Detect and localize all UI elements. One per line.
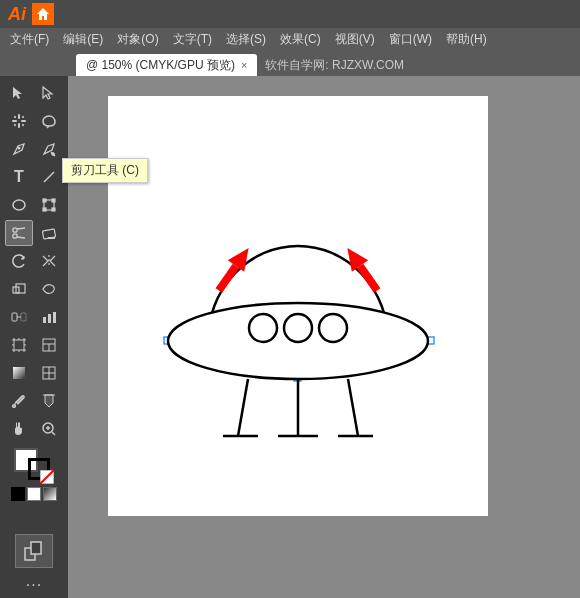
svg-point-9 bbox=[18, 147, 21, 150]
tool-row-8 bbox=[0, 276, 68, 302]
more-tools-area: ... bbox=[15, 534, 53, 590]
menu-text[interactable]: 文字(T) bbox=[167, 29, 218, 50]
fill-stroke-indicator[interactable] bbox=[14, 448, 54, 484]
tool-row-10 bbox=[0, 332, 68, 358]
none-indicator bbox=[40, 470, 54, 484]
app-logo: Ai bbox=[8, 4, 26, 25]
free-transform-tool[interactable] bbox=[35, 192, 63, 218]
svg-rect-29 bbox=[12, 313, 17, 321]
reflect-tool[interactable] bbox=[35, 248, 63, 274]
scale-tool[interactable] bbox=[5, 276, 33, 302]
selection-tool[interactable] bbox=[5, 80, 33, 106]
lasso-tool[interactable] bbox=[35, 108, 63, 134]
svg-rect-19 bbox=[52, 208, 55, 211]
tab-close-button[interactable]: × bbox=[241, 59, 247, 71]
magic-wand-tool[interactable] bbox=[5, 108, 33, 134]
bar-graph-tool[interactable] bbox=[35, 304, 63, 330]
svg-rect-17 bbox=[52, 199, 55, 202]
svg-rect-7 bbox=[22, 124, 25, 127]
gradient-swatch[interactable] bbox=[43, 487, 57, 501]
menu-select[interactable]: 选择(S) bbox=[220, 29, 272, 50]
menu-help[interactable]: 帮助(H) bbox=[440, 29, 493, 50]
svg-rect-32 bbox=[43, 317, 46, 323]
eyedropper-tool[interactable] bbox=[5, 388, 33, 414]
ellipse-tool[interactable] bbox=[5, 192, 33, 218]
paintbucket-tool[interactable] bbox=[35, 388, 63, 414]
svg-point-56 bbox=[13, 405, 16, 408]
tool-row-3 bbox=[0, 136, 68, 162]
svg-rect-33 bbox=[48, 314, 51, 323]
tool-row-11 bbox=[0, 360, 68, 386]
gradient-tool[interactable] bbox=[5, 360, 33, 386]
zoom-tool[interactable] bbox=[35, 416, 63, 442]
svg-point-20 bbox=[13, 228, 17, 232]
title-text bbox=[64, 7, 572, 21]
svg-rect-2 bbox=[12, 120, 17, 122]
tool-row-2 bbox=[0, 108, 68, 134]
white-swatch[interactable] bbox=[27, 487, 41, 501]
svg-line-23 bbox=[17, 237, 25, 238]
more-tools-button[interactable]: ... bbox=[26, 572, 42, 590]
tool-row-4: T bbox=[0, 164, 68, 190]
svg-line-22 bbox=[17, 228, 25, 229]
menu-effect[interactable]: 效果(C) bbox=[274, 29, 327, 50]
svg-rect-3 bbox=[21, 120, 26, 122]
svg-rect-35 bbox=[14, 340, 24, 350]
svg-point-75 bbox=[319, 314, 347, 342]
slice-tool[interactable] bbox=[35, 332, 63, 358]
menu-view[interactable]: 视图(V) bbox=[329, 29, 381, 50]
tab-bar-right: 软件自学网: RJZXW.COM bbox=[257, 54, 580, 76]
menu-bar: 文件(F) 编辑(E) 对象(O) 文字(T) 选择(S) 效果(C) 视图(V… bbox=[0, 28, 580, 50]
black-swatch[interactable] bbox=[11, 487, 25, 501]
main-area: T bbox=[0, 76, 580, 598]
pen-tool[interactable] bbox=[5, 136, 33, 162]
mesh-tool[interactable] bbox=[35, 360, 63, 386]
direct-selection-tool[interactable] bbox=[35, 80, 63, 106]
svg-rect-18 bbox=[43, 208, 46, 211]
ufo-illustration bbox=[108, 96, 488, 516]
blend-tool[interactable] bbox=[5, 304, 33, 330]
line-tool[interactable] bbox=[35, 164, 63, 190]
artboard-tool[interactable] bbox=[5, 332, 33, 358]
svg-rect-16 bbox=[43, 199, 46, 202]
menu-file[interactable]: 文件(F) bbox=[4, 29, 55, 50]
svg-line-80 bbox=[348, 379, 358, 436]
add-anchor-tool[interactable] bbox=[35, 136, 63, 162]
menu-window[interactable]: 窗口(W) bbox=[383, 29, 438, 50]
svg-rect-0 bbox=[18, 114, 20, 119]
eraser-tool[interactable] bbox=[35, 220, 63, 246]
tab-label: @ 150% (CMYK/GPU 预览) bbox=[86, 57, 235, 74]
svg-point-21 bbox=[13, 234, 17, 238]
svg-rect-6 bbox=[14, 124, 17, 127]
tool-row-5 bbox=[0, 192, 68, 218]
tool-row-7 bbox=[0, 248, 68, 274]
arrange-button[interactable] bbox=[15, 534, 53, 568]
warp-tool[interactable] bbox=[35, 276, 63, 302]
artboard bbox=[108, 96, 488, 516]
svg-rect-34 bbox=[53, 312, 56, 323]
svg-line-76 bbox=[238, 379, 248, 436]
svg-rect-51 bbox=[13, 367, 25, 379]
type-tool[interactable]: T bbox=[5, 164, 33, 190]
menu-edit[interactable]: 编辑(E) bbox=[57, 29, 109, 50]
scissors-tool[interactable] bbox=[5, 220, 33, 246]
canvas-area[interactable] bbox=[68, 76, 580, 598]
svg-rect-30 bbox=[21, 313, 26, 321]
svg-point-73 bbox=[249, 314, 277, 342]
svg-rect-65 bbox=[31, 542, 41, 554]
title-bar: Ai bbox=[0, 0, 580, 28]
hand-tool[interactable] bbox=[5, 416, 33, 442]
svg-rect-5 bbox=[22, 116, 25, 119]
home-button[interactable] bbox=[32, 3, 54, 25]
website-label: 软件自学网: RJZXW.COM bbox=[265, 57, 404, 74]
tool-row-1 bbox=[0, 80, 68, 106]
svg-line-59 bbox=[52, 432, 55, 435]
tool-row-12 bbox=[0, 388, 68, 414]
tab-bar: @ 150% (CMYK/GPU 预览) × 软件自学网: RJZXW.COM bbox=[0, 50, 580, 76]
document-tab[interactable]: @ 150% (CMYK/GPU 预览) × bbox=[76, 54, 257, 76]
scissors-tooltip: 剪刀工具 (C) bbox=[62, 158, 148, 183]
color-area bbox=[11, 448, 57, 501]
rotate-tool[interactable] bbox=[5, 248, 33, 274]
tool-row-9 bbox=[0, 304, 68, 330]
menu-object[interactable]: 对象(O) bbox=[111, 29, 164, 50]
